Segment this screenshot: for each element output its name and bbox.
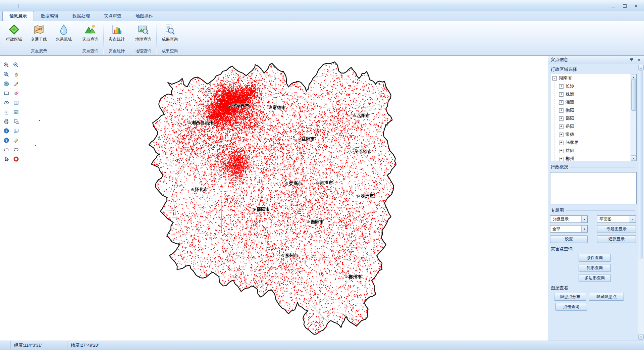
scope-select[interactable]: 全部▼ <box>550 225 588 233</box>
overview-textarea[interactable] <box>550 172 637 204</box>
polygon-query-button[interactable]: 多边形查询 <box>579 274 611 282</box>
minimize-button[interactable] <box>608 3 618 9</box>
pan-hand-icon[interactable] <box>11 70 21 79</box>
road-icon <box>33 24 45 35</box>
scrollbar-thumb[interactable] <box>631 80 636 111</box>
show-thematic-button[interactable]: 专题图显示 <box>597 225 636 233</box>
expand-icon[interactable]: + <box>559 149 564 153</box>
expand-icon[interactable]: + <box>559 100 564 105</box>
zoom-in-icon[interactable] <box>1 60 11 70</box>
collapse-icon[interactable]: - <box>552 76 557 81</box>
expand-icon[interactable]: + <box>559 157 564 161</box>
tree-node-city[interactable]: +株洲 <box>554 90 631 98</box>
panel-close-icon[interactable]: × <box>636 57 642 62</box>
map-area[interactable]: 张家界市常德市岳阳市湘西自治州益阳市长沙市娄底市湘潭市株洲市怀化市邵阳市衡阳市永… <box>0 56 548 341</box>
panel-scrollbar[interactable]: ▲ ▼ <box>638 65 644 340</box>
geo-query-button[interactable]: 地理查询 <box>131 22 156 48</box>
pencil-icon[interactable] <box>11 79 21 89</box>
hazard-distribution-button[interactable]: 隐患点分布 <box>554 293 586 301</box>
ribbon-separator <box>77 23 77 54</box>
ribbon-group-geo-query: 地理查询 地理查询 <box>131 22 156 55</box>
select-pointer-icon[interactable] <box>1 154 11 164</box>
grade-display-select[interactable]: 分级显示▼ <box>550 215 588 223</box>
expand-icon[interactable]: + <box>559 141 564 145</box>
hide-hazard-points-button[interactable]: 隐藏隐患点 <box>589 293 624 301</box>
result-icon <box>164 24 175 35</box>
info-icon[interactable]: i <box>1 126 11 136</box>
admin-region-button[interactable]: 行政区域 <box>2 22 26 48</box>
tree-node-city[interactable]: +衡阳 <box>554 106 631 114</box>
tree-scrollbar[interactable]: ▲ ▼ <box>631 74 636 161</box>
result-query-button[interactable]: 成果查询 <box>157 22 182 48</box>
measure-icon[interactable] <box>11 136 21 145</box>
tab-data-edit[interactable]: 数据编辑 <box>34 11 65 21</box>
traffic-lines-button[interactable]: 交通干线 <box>26 22 51 48</box>
tree-node-city[interactable]: +益阳 <box>554 147 631 155</box>
map-toolbar: i? <box>1 60 21 164</box>
eraser-icon[interactable] <box>11 89 21 98</box>
tree-node-city[interactable]: +邵阳 <box>554 114 631 122</box>
tree-node-city[interactable]: +岳阳 <box>554 122 631 131</box>
rect-tool-icon[interactable] <box>1 89 11 98</box>
settings-button[interactable]: 设置 <box>550 235 588 243</box>
map-style-select[interactable]: 平面图▼ <box>597 215 636 223</box>
click-query-button[interactable]: 点击查询 <box>555 303 587 311</box>
tree-node-city[interactable]: +长沙 <box>554 82 631 90</box>
app-window: × 信息展示 数据编辑 数据处理 灾点审查 地图操作 行政区域 交通干线 <box>0 0 644 350</box>
tab-info-display[interactable]: 信息展示 <box>2 11 34 21</box>
panel-title: 灾点信息 <box>551 57 568 63</box>
zoom-out-icon[interactable] <box>11 60 21 70</box>
select-rect-icon[interactable] <box>1 145 11 154</box>
workspace: 张家界市常德市岳阳市湘西自治州益阳市长沙市娄底市湘潭市株洲市怀化市邵阳市衡阳市永… <box>0 56 644 341</box>
window-controls: × <box>608 3 644 9</box>
expand-icon[interactable]: + <box>559 84 564 89</box>
attribute-table-icon[interactable] <box>11 98 21 107</box>
print-preview-icon[interactable] <box>11 117 21 126</box>
zoom-free-icon[interactable] <box>1 70 11 79</box>
rectangle-query-button[interactable]: 矩形查询 <box>579 264 611 272</box>
tree-node-city[interactable]: +张家界 <box>554 139 631 147</box>
scroll-up-icon[interactable]: ▲ <box>631 74 636 80</box>
water-system-button[interactable]: 水系流域 <box>51 22 76 48</box>
help-globe-icon[interactable]: ? <box>1 136 11 145</box>
tree-node-label: 株洲 <box>566 91 574 97</box>
layers-panel-icon[interactable] <box>11 126 21 136</box>
print-icon[interactable] <box>1 117 11 126</box>
tree-node-province[interactable]: - 湖南省 <box>550 74 631 82</box>
tree-node-label: 常德 <box>566 132 574 138</box>
ribbon-group-caption: 灾点展示 <box>2 48 76 55</box>
layer-view-buttons: 隐患点分布 隐藏隐患点 <box>548 292 637 301</box>
scroll-down-icon[interactable]: ▼ <box>631 155 636 161</box>
maximize-button[interactable] <box>620 3 630 9</box>
disaster-query-button[interactable]: 灾点查询 <box>78 22 103 48</box>
scrollbar-thumb[interactable] <box>639 70 643 258</box>
select-ellipse-icon[interactable] <box>11 145 21 154</box>
condition-query-button[interactable]: 条件查询 <box>579 254 611 262</box>
expand-icon[interactable]: + <box>559 133 564 137</box>
report-doc-icon[interactable] <box>1 107 11 117</box>
map-canvas[interactable] <box>0 56 548 341</box>
ribbon-button-label: 地理查询 <box>135 37 151 42</box>
tree-node-city[interactable]: +湘潭 <box>554 98 631 106</box>
pin-icon[interactable] <box>629 57 634 62</box>
tab-data-process[interactable]: 数据处理 <box>65 11 97 21</box>
tree-node-label: 邵阳 <box>566 115 574 121</box>
ribbon-separator <box>103 23 104 54</box>
export-image-icon[interactable] <box>11 107 21 117</box>
close-button[interactable]: × <box>631 3 641 9</box>
disaster-stats-button[interactable]: 灾点统计 <box>104 22 129 48</box>
expand-icon[interactable]: + <box>559 124 564 129</box>
tree-node-city[interactable]: +郴州 <box>554 155 631 161</box>
expand-icon[interactable]: + <box>559 108 564 113</box>
restore-display-button[interactable]: 还原显示 <box>597 235 636 243</box>
tab-map-operations[interactable]: 地图操作 <box>128 11 160 21</box>
scroll-down-icon[interactable]: ▼ <box>638 334 644 340</box>
tree-node-city[interactable]: +常德 <box>554 131 631 139</box>
eye-icon[interactable] <box>1 98 11 107</box>
scroll-up-icon[interactable]: ▲ <box>638 65 644 70</box>
expand-icon[interactable]: + <box>559 116 564 121</box>
globe-icon[interactable] <box>1 79 11 89</box>
close-tool-icon[interactable] <box>11 154 21 164</box>
expand-icon[interactable]: + <box>559 92 564 97</box>
tab-disaster-review[interactable]: 灾点审查 <box>97 11 128 21</box>
